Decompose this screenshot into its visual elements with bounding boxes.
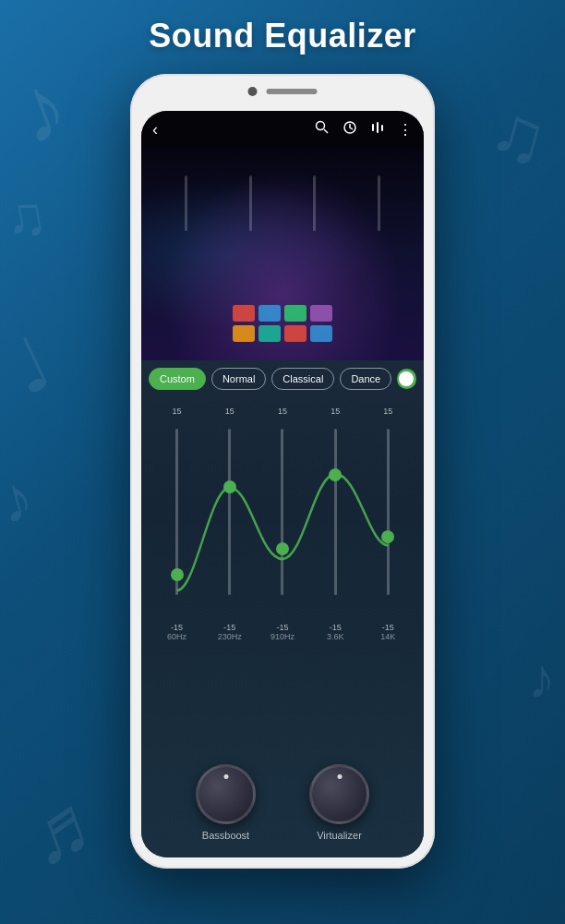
more-options-icon[interactable]: ⋮ [398, 121, 413, 139]
knobs-section: Bassboost Virtualizer [141, 756, 424, 848]
top-bar: ‹ ⋮ [141, 111, 424, 148]
virtualizer-knob-container: Virtualizer [309, 764, 369, 841]
svg-rect-5 [381, 125, 383, 131]
slider-knob-1[interactable] [171, 568, 184, 581]
sliders-container: -15 60Hz -15 230Hz -15 910Hz -15 [150, 419, 415, 614]
virtualizer-knob-indicator [337, 774, 342, 779]
dj-pads [233, 305, 332, 342]
phone-screen: ‹ ⋮ [141, 111, 424, 857]
db-top-label-2: 15 [211, 407, 248, 416]
phone-frame: ‹ ⋮ [130, 74, 435, 869]
top-bar-icons: ⋮ [315, 120, 413, 139]
slider-track-5 [387, 429, 390, 595]
equalizer-icon[interactable] [370, 120, 385, 139]
freq-label-1: -15 60Hz [159, 623, 196, 641]
slider-tracks [150, 419, 415, 614]
eq-band-1[interactable] [159, 419, 196, 614]
virtualizer-label: Virtualizer [317, 830, 362, 841]
preset-dance-button[interactable]: Dance [340, 368, 391, 390]
dj-pad [284, 305, 307, 322]
title-area: Sound Equalizer [0, 17, 565, 55]
freq-label-3: -15 910Hz [264, 623, 301, 641]
album-art [141, 148, 424, 360]
db-labels-bottom: -15 60Hz -15 230Hz -15 910Hz -15 [150, 623, 415, 641]
slider-knob-4[interactable] [329, 468, 342, 481]
dj-pad [233, 325, 255, 342]
bassboost-knob-container: Bassboost [196, 764, 256, 841]
phone-speaker [267, 89, 318, 94]
bassboost-knob-indicator [223, 774, 228, 779]
eq-section: Custom Normal Classical Dance 15 15 15 1… [141, 360, 424, 857]
svg-line-1 [324, 129, 328, 133]
eq-sliders: 15 15 15 15 15 [150, 407, 415, 647]
slider-knob-2[interactable] [223, 480, 236, 493]
slider-knob-5[interactable] [381, 530, 394, 543]
svg-rect-3 [372, 124, 374, 131]
history-icon[interactable] [343, 120, 357, 139]
eq-toggle[interactable] [397, 369, 416, 389]
db-top-label-1: 15 [159, 407, 196, 416]
album-art-image [141, 148, 424, 360]
dj-pad [310, 325, 332, 342]
db-top-label-5: 15 [369, 407, 406, 416]
search-icon[interactable] [315, 120, 330, 139]
page-title: Sound Equalizer [0, 17, 565, 55]
phone-camera [248, 87, 258, 96]
preset-normal-button[interactable]: Normal [211, 368, 266, 390]
eq-band-5[interactable] [369, 419, 406, 614]
bassboost-knob[interactable] [196, 764, 256, 824]
slider-track-2 [228, 429, 231, 595]
freq-label-5: -15 14K [369, 623, 406, 641]
svg-point-0 [317, 122, 325, 130]
freq-label-4: -15 3.6K [317, 623, 354, 641]
eq-band-4[interactable] [317, 419, 354, 614]
svg-rect-4 [377, 122, 379, 133]
preset-custom-button[interactable]: Custom [149, 368, 206, 390]
dj-pad [258, 305, 281, 322]
dj-pad [284, 325, 307, 342]
back-button[interactable]: ‹ [152, 120, 158, 140]
virtualizer-knob[interactable] [309, 764, 369, 824]
bassboost-label: Bassboost [202, 830, 249, 841]
eq-band-2[interactable] [211, 419, 248, 614]
freq-label-2: -15 230Hz [211, 623, 248, 641]
dj-pad [233, 305, 255, 322]
phone-notch [248, 87, 318, 96]
db-top-label-4: 15 [317, 407, 354, 416]
slider-knob-3[interactable] [276, 542, 289, 555]
preset-classical-button[interactable]: Classical [271, 368, 334, 390]
db-labels-top: 15 15 15 15 15 [150, 407, 415, 416]
db-top-label-3: 15 [264, 407, 301, 416]
slider-track-1 [175, 429, 178, 595]
dj-pad [258, 325, 281, 342]
slider-track-4 [334, 429, 337, 595]
eq-band-3[interactable] [264, 419, 301, 614]
slider-track-3 [281, 429, 283, 595]
dj-pad [310, 305, 332, 322]
preset-row: Custom Normal Classical Dance [149, 368, 416, 390]
